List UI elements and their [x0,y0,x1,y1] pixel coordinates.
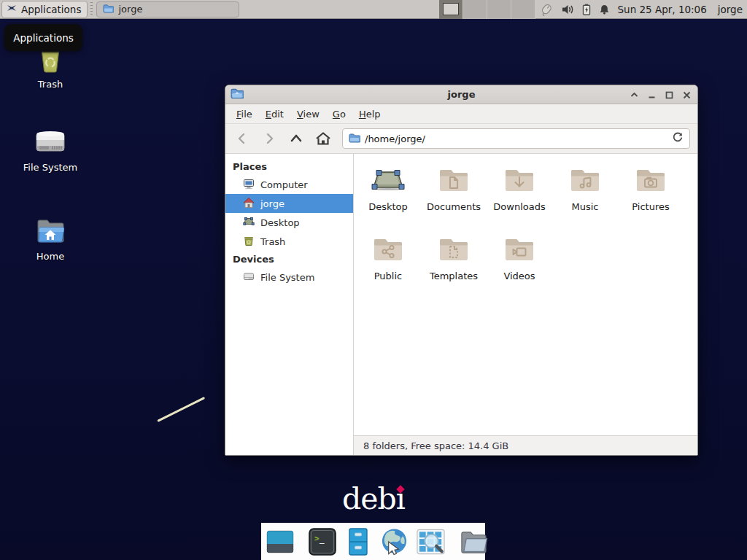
desktop-icon-label: Trash [10,79,90,90]
folder-downloads-icon [487,163,552,198]
trash-icon [243,235,255,249]
file-item-videos[interactable]: Videos [487,225,552,294]
workspace-2[interactable] [463,0,487,19]
workspace-window-preview [443,3,459,15]
file-cabinet-icon[interactable] [344,526,373,556]
back-button[interactable] [231,128,253,149]
app-finder-icon[interactable] [416,526,446,556]
desktop-icon-file-system[interactable]: File System [10,124,90,173]
statusbar: 8 folders, Free space: 14.4 GiB [354,435,697,455]
file-label: Templates [421,271,487,281]
menu-edit[interactable]: Edit [259,106,290,122]
reload-icon[interactable] [672,131,684,146]
folder-icon[interactable] [459,526,489,556]
taskbar-window-label: jorge [118,4,142,15]
location-input[interactable]: /home/jorge/ [365,133,672,144]
menu-view[interactable]: View [290,106,326,122]
forward-button[interactable] [258,128,280,149]
folder-templates-icon [421,232,487,267]
toolbar: /home/jorge/ [225,124,697,154]
debian-logo-i: ı [396,481,405,516]
computer-icon [243,178,255,192]
maximize-button[interactable] [665,90,674,100]
show-desktop-icon[interactable] [266,526,295,556]
panel-clock[interactable]: Sun 25 Apr, 10:06 [618,4,707,15]
window-title: jorge [225,89,697,100]
sidebar-item-label: Computer [260,179,308,190]
file-label: Documents [421,201,487,212]
desktop-icon [243,216,255,230]
file-item-downloads[interactable]: Downloads [487,155,552,225]
desktop-icon-home[interactable]: Home [10,213,90,262]
shade-button[interactable] [630,90,639,100]
hard-drive-icon [243,271,255,284]
desktop-icon-label: Home [10,251,90,262]
panel-separator-handle[interactable] [89,2,93,17]
home-button[interactable] [312,128,334,149]
panel-user-button[interactable]: jorge [718,4,743,15]
file-label: Public [355,271,421,281]
close-button[interactable] [682,90,692,100]
menubar: File Edit View Go Help [225,104,697,124]
debian-logo-text-pre: deb [342,481,396,516]
folder-music-icon [552,163,618,198]
window-content: Places Computer [225,154,697,455]
file-item-pictures[interactable]: Pictures [618,155,684,225]
up-button[interactable] [285,128,307,149]
file-item-templates[interactable]: Templates [421,225,487,294]
menu-help[interactable]: Help [352,106,387,122]
folder-pictures-icon [618,163,684,198]
window-titlebar[interactable]: jorge [225,85,697,104]
location-bar[interactable]: /home/jorge/ [342,128,690,149]
sidebar-item-file-system[interactable]: File System [225,268,353,287]
applications-menu-button[interactable]: Applications [1,1,88,18]
sidebar-header-places: Places [225,158,353,175]
terminal-icon[interactable]: > _ [308,526,337,556]
top-panel: Applications jorge [0,0,747,19]
sidebar: Places Computer [225,154,354,455]
xfce-logo-icon [6,2,18,16]
folder-videos-icon [487,232,552,267]
home-icon [243,197,255,211]
workspace-3[interactable] [487,0,511,19]
folder-public-icon [355,232,421,267]
mouse-icon[interactable] [539,3,554,16]
file-item-desktop[interactable]: Desktop [355,155,421,225]
desktop-icon [355,163,421,198]
tooltip-text: Applications [13,32,73,44]
sidebar-item-jorge[interactable]: jorge [225,194,353,213]
web-browser-icon[interactable] [379,526,409,556]
file-label: Downloads [487,201,552,212]
menu-file[interactable]: File [230,106,259,122]
workspace-4[interactable] [511,0,535,19]
svg-text:>: > [314,534,320,543]
file-item-documents[interactable]: Documents [421,155,487,225]
file-item-music[interactable]: Music [552,155,618,225]
minimize-button[interactable] [647,90,657,100]
svg-text:_: _ [320,534,325,544]
volume-icon[interactable] [562,4,574,15]
notifications-bell-icon[interactable] [599,4,610,15]
applications-menu-label: Applications [21,4,81,15]
menu-go[interactable]: Go [326,106,352,122]
file-label: Desktop [355,201,421,212]
file-item-public[interactable]: Public [355,225,421,294]
sidebar-item-computer[interactable]: Computer [225,175,353,194]
sidebar-item-desktop[interactable]: Desktop [225,213,353,232]
desktop-icon-label: File System [10,162,90,173]
desktop-screen: Applications jorge [0,0,747,560]
folder-documents-icon [421,163,487,198]
statusbar-text: 8 folders, Free space: 14.4 GiB [363,440,508,451]
sidebar-item-label: Desktop [260,217,300,228]
taskbar-window-button[interactable]: jorge [96,1,239,18]
sidebar-item-label: jorge [260,198,285,209]
file-view[interactable]: Desktop Documents [354,154,697,455]
battery-charging-icon[interactable] [582,4,591,15]
sidebar-item-trash[interactable]: Trash [225,232,353,251]
sidebar-item-label: File System [260,272,314,283]
workspace-pager[interactable] [439,0,535,19]
file-label: Music [552,201,618,212]
file-label: Pictures [618,201,684,212]
applications-tooltip: Applications [4,24,82,51]
workspace-1[interactable] [439,0,463,19]
